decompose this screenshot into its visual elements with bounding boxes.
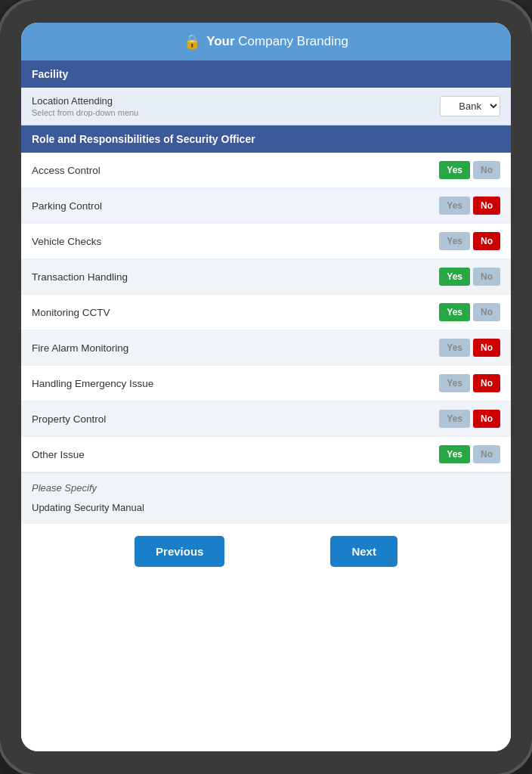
no-button[interactable]: No [473, 339, 500, 357]
please-specify-section: Please Specify [21, 472, 511, 497]
role-label: Monitoring CCTV [32, 307, 110, 318]
role-label: Access Control [32, 165, 101, 176]
no-button[interactable]: No [473, 232, 500, 250]
content-area: Facility Location Attending Select from … [21, 60, 511, 751]
header-title-bold: Your [206, 34, 234, 48]
yes-no-group: YesNo [439, 268, 500, 286]
header-icon: 🔒 [184, 33, 200, 50]
app-header: 🔒 Your Company Branding [21, 23, 511, 60]
role-row: Other IssueYesNo [21, 437, 511, 472]
yes-no-group: YesNo [439, 445, 500, 463]
yes-button[interactable]: Yes [439, 197, 470, 215]
yes-button[interactable]: Yes [439, 161, 470, 179]
no-button[interactable]: No [473, 197, 500, 215]
role-row: Access ControlYesNo [21, 153, 511, 188]
header-title-rest: Company Branding [235, 34, 348, 48]
role-label: Transaction Handling [32, 271, 128, 283]
no-button[interactable]: No [473, 303, 500, 321]
location-sublabel: Select from drop-down menu [32, 108, 138, 117]
location-label: Location Attending [32, 95, 138, 107]
role-label: Property Control [32, 413, 106, 425]
role-row: Transaction HandlingYesNo [21, 259, 511, 295]
roles-label: Role and Responsibilities of Security Of… [32, 133, 255, 145]
no-button[interactable]: No [473, 410, 500, 428]
role-row: Fire Alarm MonitoringYesNo [21, 330, 511, 366]
header-title: Your Company Branding [206, 34, 348, 49]
role-row: Parking ControlYesNo [21, 188, 511, 224]
roles-section-header: Role and Responsibilities of Security Of… [21, 125, 511, 153]
device-screen: 🔒 Your Company Branding Facility Locatio… [21, 23, 511, 751]
no-button[interactable]: No [473, 161, 500, 179]
yes-button[interactable]: Yes [439, 445, 470, 463]
role-label: Parking Control [32, 200, 102, 212]
role-row: Vehicle ChecksYesNo [21, 224, 511, 259]
facility-label: Facility [32, 68, 68, 80]
previous-button[interactable]: Previous [135, 536, 224, 567]
no-button[interactable]: No [473, 374, 500, 392]
role-label: Fire Alarm Monitoring [32, 342, 128, 354]
yes-no-group: YesNo [439, 339, 500, 357]
yes-no-group: YesNo [439, 303, 500, 321]
role-label: Vehicle Checks [32, 236, 101, 247]
location-row: Location Attending Select from drop-down… [21, 88, 511, 125]
role-row: Property ControlYesNo [21, 401, 511, 437]
yes-no-group: YesNo [439, 232, 500, 250]
yes-button[interactable]: Yes [439, 303, 470, 321]
roles-container: Access ControlYesNoParking ControlYesNoV… [21, 153, 511, 472]
role-label: Handling Emergency Issue [32, 378, 153, 389]
yes-no-group: YesNo [439, 410, 500, 428]
specify-value: Updating Security Manual [21, 497, 511, 524]
yes-button[interactable]: Yes [439, 232, 470, 250]
device-frame: 🔒 Your Company Branding Facility Locatio… [0, 0, 532, 774]
yes-button[interactable]: Yes [439, 268, 470, 286]
yes-no-group: YesNo [439, 161, 500, 179]
yes-button[interactable]: Yes [439, 410, 470, 428]
nav-buttons: Previous Next [21, 524, 511, 582]
please-specify-label: Please Specify [32, 482, 97, 494]
role-row: Monitoring CCTVYesNo [21, 295, 511, 330]
yes-button[interactable]: Yes [439, 374, 470, 392]
role-row: Handling Emergency IssueYesNo [21, 366, 511, 401]
yes-button[interactable]: Yes [439, 339, 470, 357]
role-label: Other Issue [32, 449, 85, 460]
yes-no-group: YesNo [439, 197, 500, 215]
location-dropdown[interactable]: Bank Office Retail [440, 96, 500, 116]
facility-section-header: Facility [21, 60, 511, 88]
no-button[interactable]: No [473, 268, 500, 286]
yes-no-group: YesNo [439, 374, 500, 392]
next-button[interactable]: Next [330, 536, 397, 567]
no-button[interactable]: No [473, 445, 500, 463]
